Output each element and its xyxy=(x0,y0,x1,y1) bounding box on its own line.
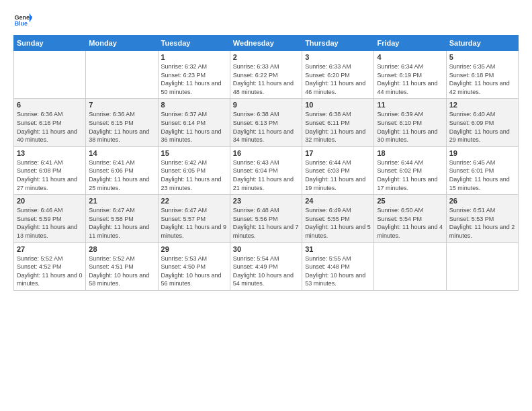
calendar-cell: 12Sunrise: 6:40 AM Sunset: 6:09 PM Dayli… xyxy=(446,99,518,146)
day-number: 7 xyxy=(89,101,154,109)
calendar-cell: 6Sunrise: 6:36 AM Sunset: 6:16 PM Daylig… xyxy=(14,99,86,146)
day-info: Sunrise: 6:49 AM Sunset: 5:55 PM Dayligh… xyxy=(305,206,371,240)
day-number: 6 xyxy=(17,101,83,109)
day-info: Sunrise: 6:44 AM Sunset: 6:02 PM Dayligh… xyxy=(377,158,443,192)
calendar-cell: 14Sunrise: 6:41 AM Sunset: 6:06 PM Dayli… xyxy=(86,146,158,194)
weekday-sunday: Sunday xyxy=(14,36,86,51)
calendar-cell: 10Sunrise: 6:38 AM Sunset: 6:11 PM Dayli… xyxy=(302,99,374,146)
calendar-cell: 29Sunrise: 5:53 AM Sunset: 4:50 PM Dayli… xyxy=(158,242,230,290)
day-info: Sunrise: 6:43 AM Sunset: 6:04 PM Dayligh… xyxy=(233,158,299,192)
day-number: 15 xyxy=(161,149,227,157)
week-row-5: 27Sunrise: 5:52 AM Sunset: 4:52 PM Dayli… xyxy=(14,242,519,290)
day-number: 10 xyxy=(305,101,371,109)
day-info: Sunrise: 6:36 AM Sunset: 6:16 PM Dayligh… xyxy=(17,110,83,144)
calendar-cell: 9Sunrise: 6:38 AM Sunset: 6:13 PM Daylig… xyxy=(230,99,302,146)
day-number: 1 xyxy=(161,53,227,61)
day-number: 24 xyxy=(305,197,371,205)
day-info: Sunrise: 6:50 AM Sunset: 5:54 PM Dayligh… xyxy=(377,206,443,240)
day-number: 29 xyxy=(161,245,227,253)
day-info: Sunrise: 6:36 AM Sunset: 6:15 PM Dayligh… xyxy=(89,110,154,144)
day-number: 5 xyxy=(449,53,515,61)
day-number: 3 xyxy=(305,53,371,61)
day-number: 18 xyxy=(377,149,443,157)
calendar-cell: 7Sunrise: 6:36 AM Sunset: 6:15 PM Daylig… xyxy=(86,99,158,146)
day-info: Sunrise: 6:38 AM Sunset: 6:13 PM Dayligh… xyxy=(233,110,299,144)
week-row-4: 20Sunrise: 6:46 AM Sunset: 5:59 PM Dayli… xyxy=(14,195,519,242)
day-number: 22 xyxy=(161,197,227,205)
calendar-cell: 30Sunrise: 5:54 AM Sunset: 4:49 PM Dayli… xyxy=(230,242,302,290)
week-row-3: 13Sunrise: 6:41 AM Sunset: 6:08 PM Dayli… xyxy=(14,146,519,194)
day-info: Sunrise: 6:35 AM Sunset: 6:18 PM Dayligh… xyxy=(449,62,515,96)
day-info: Sunrise: 5:53 AM Sunset: 4:50 PM Dayligh… xyxy=(161,255,227,288)
calendar-cell: 1Sunrise: 6:32 AM Sunset: 6:23 PM Daylig… xyxy=(158,51,230,99)
day-number: 12 xyxy=(449,101,515,109)
day-number: 26 xyxy=(449,197,515,205)
day-number: 2 xyxy=(233,53,299,61)
calendar-cell: 3Sunrise: 6:33 AM Sunset: 6:20 PM Daylig… xyxy=(302,51,374,99)
calendar-cell: 5Sunrise: 6:35 AM Sunset: 6:18 PM Daylig… xyxy=(446,51,518,99)
calendar-cell: 16Sunrise: 6:43 AM Sunset: 6:04 PM Dayli… xyxy=(230,146,302,194)
day-number: 23 xyxy=(233,197,299,205)
weekday-tuesday: Tuesday xyxy=(158,36,230,51)
calendar-cell: 8Sunrise: 6:37 AM Sunset: 6:14 PM Daylig… xyxy=(158,99,230,146)
day-number: 19 xyxy=(449,149,515,157)
day-number: 20 xyxy=(17,197,83,205)
calendar-cell: 26Sunrise: 6:51 AM Sunset: 5:53 PM Dayli… xyxy=(446,195,518,242)
day-info: Sunrise: 5:55 AM Sunset: 4:48 PM Dayligh… xyxy=(305,255,371,288)
week-row-1: 1Sunrise: 6:32 AM Sunset: 6:23 PM Daylig… xyxy=(14,51,519,99)
calendar-cell: 2Sunrise: 6:33 AM Sunset: 6:22 PM Daylig… xyxy=(230,51,302,99)
calendar-cell: 31Sunrise: 5:55 AM Sunset: 4:48 PM Dayli… xyxy=(302,242,374,290)
day-number: 25 xyxy=(377,197,443,205)
weekday-wednesday: Wednesday xyxy=(230,36,302,51)
header: General Blue xyxy=(13,11,519,30)
calendar-cell: 15Sunrise: 6:42 AM Sunset: 6:05 PM Dayli… xyxy=(158,146,230,194)
day-info: Sunrise: 6:48 AM Sunset: 5:56 PM Dayligh… xyxy=(233,206,299,240)
weekday-friday: Friday xyxy=(374,36,446,51)
calendar-cell: 23Sunrise: 6:48 AM Sunset: 5:56 PM Dayli… xyxy=(230,195,302,242)
day-number: 9 xyxy=(233,101,299,109)
logo-icon: General Blue xyxy=(13,11,32,30)
day-info: Sunrise: 6:47 AM Sunset: 5:58 PM Dayligh… xyxy=(89,206,154,240)
day-number: 8 xyxy=(161,101,227,109)
day-info: Sunrise: 6:42 AM Sunset: 6:05 PM Dayligh… xyxy=(161,158,227,192)
day-info: Sunrise: 6:38 AM Sunset: 6:11 PM Dayligh… xyxy=(305,110,371,144)
calendar-cell: 18Sunrise: 6:44 AM Sunset: 6:02 PM Dayli… xyxy=(374,146,446,194)
day-info: Sunrise: 6:44 AM Sunset: 6:03 PM Dayligh… xyxy=(305,158,371,192)
day-info: Sunrise: 6:45 AM Sunset: 6:01 PM Dayligh… xyxy=(449,158,515,192)
day-info: Sunrise: 6:33 AM Sunset: 6:22 PM Dayligh… xyxy=(233,62,299,96)
day-info: Sunrise: 5:52 AM Sunset: 4:52 PM Dayligh… xyxy=(17,255,83,288)
day-info: Sunrise: 6:34 AM Sunset: 6:19 PM Dayligh… xyxy=(377,62,443,96)
calendar-cell: 20Sunrise: 6:46 AM Sunset: 5:59 PM Dayli… xyxy=(14,195,86,242)
day-number: 28 xyxy=(89,245,154,253)
calendar-cell: 13Sunrise: 6:41 AM Sunset: 6:08 PM Dayli… xyxy=(14,146,86,194)
calendar-cell: 19Sunrise: 6:45 AM Sunset: 6:01 PM Dayli… xyxy=(446,146,518,194)
day-info: Sunrise: 6:51 AM Sunset: 5:53 PM Dayligh… xyxy=(449,206,515,240)
day-number: 17 xyxy=(305,149,371,157)
day-number: 14 xyxy=(89,149,154,157)
day-info: Sunrise: 6:33 AM Sunset: 6:20 PM Dayligh… xyxy=(305,62,371,96)
day-number: 4 xyxy=(377,53,443,61)
calendar-cell xyxy=(86,51,158,99)
day-info: Sunrise: 5:54 AM Sunset: 4:49 PM Dayligh… xyxy=(233,255,299,288)
week-row-2: 6Sunrise: 6:36 AM Sunset: 6:16 PM Daylig… xyxy=(14,99,519,146)
day-info: Sunrise: 6:40 AM Sunset: 6:09 PM Dayligh… xyxy=(449,110,515,144)
calendar-cell: 11Sunrise: 6:39 AM Sunset: 6:10 PM Dayli… xyxy=(374,99,446,146)
weekday-saturday: Saturday xyxy=(446,36,518,51)
calendar-cell: 24Sunrise: 6:49 AM Sunset: 5:55 PM Dayli… xyxy=(302,195,374,242)
calendar-cell: 27Sunrise: 5:52 AM Sunset: 4:52 PM Dayli… xyxy=(14,242,86,290)
day-number: 31 xyxy=(305,245,371,253)
day-number: 21 xyxy=(89,197,154,205)
weekday-thursday: Thursday xyxy=(302,36,374,51)
day-number: 16 xyxy=(233,149,299,157)
svg-text:Blue: Blue xyxy=(14,20,28,27)
day-info: Sunrise: 5:52 AM Sunset: 4:51 PM Dayligh… xyxy=(89,255,154,288)
calendar-cell: 28Sunrise: 5:52 AM Sunset: 4:51 PM Dayli… xyxy=(86,242,158,290)
calendar-cell: 25Sunrise: 6:50 AM Sunset: 5:54 PM Dayli… xyxy=(374,195,446,242)
calendar-cell: 21Sunrise: 6:47 AM Sunset: 5:58 PM Dayli… xyxy=(86,195,158,242)
day-number: 27 xyxy=(17,245,83,253)
day-info: Sunrise: 6:39 AM Sunset: 6:10 PM Dayligh… xyxy=(377,110,443,144)
calendar-table: SundayMondayTuesdayWednesdayThursdayFrid… xyxy=(13,35,519,291)
logo: General Blue xyxy=(13,11,32,30)
day-info: Sunrise: 6:46 AM Sunset: 5:59 PM Dayligh… xyxy=(17,206,83,240)
calendar-cell xyxy=(374,242,446,290)
